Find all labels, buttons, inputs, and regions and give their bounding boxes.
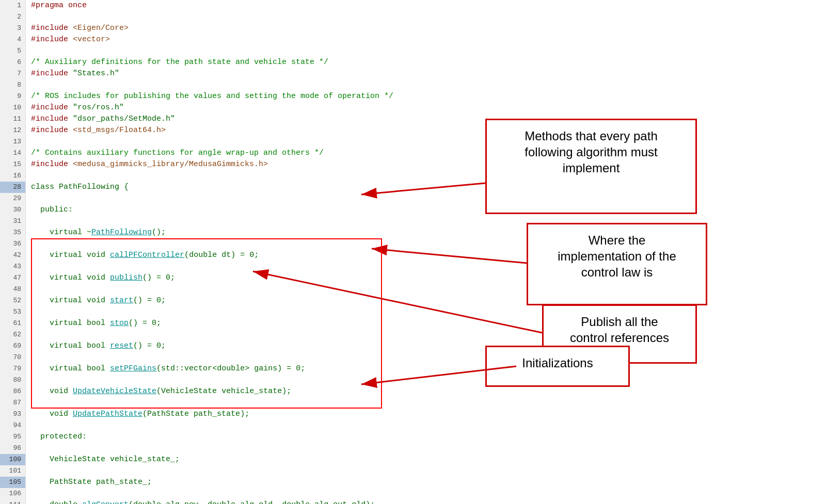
code-line-100: VehicleState vehicle_state_; — [31, 454, 826, 465]
code-line-8 — [31, 79, 826, 91]
code-line-15: #include <medusa_gimmicks_library/Medusa… — [31, 159, 826, 170]
line-number-3: 3 — [0, 23, 25, 34]
line-number-6: 6 — [0, 57, 25, 68]
code-line-79: virtual bool setPFGains(std::vector<doub… — [31, 363, 826, 375]
line-number-95: 95 — [0, 431, 25, 443]
code-line-5 — [31, 45, 826, 57]
line-number-86: 86 — [0, 386, 25, 397]
annotation-init: Initializations — [485, 346, 630, 387]
line-number-30: 30 — [0, 204, 25, 216]
line-number-15: 15 — [0, 159, 25, 170]
code-line-87 — [31, 397, 826, 409]
line-number-101: 101 — [0, 465, 25, 477]
code-line-2 — [31, 11, 826, 23]
line-number-111: 111 — [0, 499, 25, 504]
code-line-106 — [31, 488, 826, 499]
code-line-86: void UpdateVehicleState(VehicleState veh… — [31, 386, 826, 397]
code-line-9: /* ROS includes for publishing the value… — [31, 91, 826, 102]
line-number-42: 42 — [0, 250, 25, 261]
code-line-12: #include <std_msgs/Float64.h> — [31, 125, 826, 136]
code-line-3: #include <Eigen/Core> — [31, 23, 826, 34]
line-number-9: 9 — [0, 91, 25, 102]
line-number-69: 69 — [0, 340, 25, 352]
code-line-53 — [31, 306, 826, 318]
line-number-80: 80 — [0, 375, 25, 386]
line-number-47: 47 — [0, 272, 25, 284]
code-line-30: public: — [31, 204, 826, 216]
line-number-106: 106 — [0, 488, 25, 499]
line-number-43: 43 — [0, 261, 25, 272]
line-number-5: 5 — [0, 45, 25, 57]
line-number-13: 13 — [0, 136, 25, 148]
line-number-2: 2 — [0, 11, 25, 23]
code-line-80 — [31, 375, 826, 386]
code-line-13 — [31, 136, 826, 148]
line-number-48: 48 — [0, 284, 25, 295]
main-container: 1234567891011121314151628293031353642434… — [0, 0, 826, 504]
line-number-4: 4 — [0, 34, 25, 45]
annotation-methods: Methods that every pathfollowing algorit… — [485, 119, 697, 214]
code-line-96 — [31, 443, 826, 454]
line-number-16: 16 — [0, 170, 25, 182]
line-number-8: 8 — [0, 79, 25, 91]
code-line-1: #pragma once — [31, 0, 826, 11]
line-number-28: 28 — [0, 182, 25, 193]
code-line-95: protected: — [31, 431, 826, 443]
line-numbers: 1234567891011121314151628293031353642434… — [0, 0, 26, 504]
line-number-61: 61 — [0, 318, 25, 329]
code-line-16 — [31, 170, 826, 182]
line-number-12: 12 — [0, 125, 25, 136]
code-line-93: void UpdatePathState(PathState path_stat… — [31, 409, 826, 420]
code-line-62 — [31, 329, 826, 340]
line-number-14: 14 — [0, 148, 25, 159]
line-number-93: 93 — [0, 409, 25, 420]
line-number-36: 36 — [0, 238, 25, 250]
line-number-31: 31 — [0, 216, 25, 227]
code-line-11: #include "dsor_paths/SetMode.h" — [31, 113, 826, 125]
line-number-11: 11 — [0, 113, 25, 125]
code-line-28: class PathFollowing { — [31, 182, 826, 193]
code-line-70 — [31, 352, 826, 363]
line-number-96: 96 — [0, 443, 25, 454]
line-number-87: 87 — [0, 397, 25, 409]
line-number-35: 35 — [0, 227, 25, 238]
line-number-7: 7 — [0, 68, 25, 79]
line-number-79: 79 — [0, 363, 25, 375]
line-number-62: 62 — [0, 329, 25, 340]
code-line-4: #include <vector> — [31, 34, 826, 45]
code-line-111: double algConvert(double alg_new, double… — [31, 499, 826, 504]
annotation-control-law: Where theimplementation of thecontrol la… — [527, 223, 707, 305]
line-number-1: 1 — [0, 0, 25, 11]
code-line-7: #include "States.h" — [31, 68, 826, 79]
code-line-94 — [31, 420, 826, 431]
code-line-105: PathState path_state_; — [31, 477, 826, 488]
line-number-52: 52 — [0, 295, 25, 306]
line-number-53: 53 — [0, 306, 25, 318]
code-line-61: virtual bool stop() = 0; — [31, 318, 826, 329]
line-number-94: 94 — [0, 420, 25, 431]
code-line-29 — [31, 193, 826, 204]
line-number-70: 70 — [0, 352, 25, 363]
code-line-101 — [31, 465, 826, 477]
line-number-10: 10 — [0, 102, 25, 113]
line-number-29: 29 — [0, 193, 25, 204]
line-number-105: 105 — [0, 477, 25, 488]
code-line-10: #include "ros/ros.h" — [31, 102, 826, 113]
code-line-69: virtual bool reset() = 0; — [31, 340, 826, 352]
code-line-14: /* Contains auxiliary functions for angl… — [31, 148, 826, 159]
code-line-6: /* Auxiliary definitions for the path st… — [31, 57, 826, 68]
line-number-100: 100 — [0, 454, 25, 465]
